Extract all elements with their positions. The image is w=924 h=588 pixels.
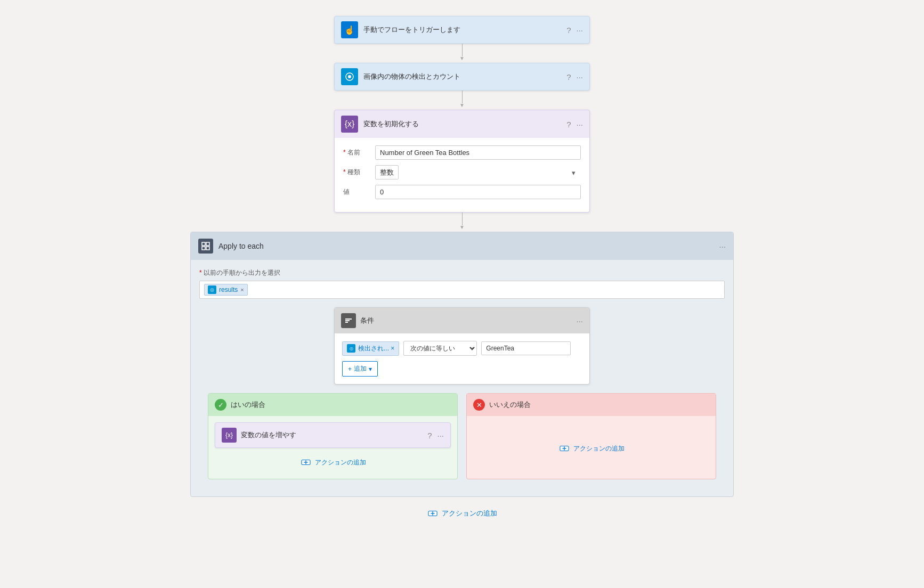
apply-each-title: Apply to each [218,242,719,250]
svg-rect-3 [206,242,209,246]
condition-header-icon [341,313,356,328]
no-add-action-btn[interactable]: アクションの追加 [473,438,709,459]
branch-yes-icon: ✓ [215,399,226,411]
svg-rect-2 [202,242,205,246]
condition-title: 条件 [360,316,576,325]
form-row-name: 名前 [343,145,581,160]
apply-each-header: Apply to each ··· [191,232,733,260]
branch-yes-header: ✓ はいの場合 [208,394,457,416]
svg-rect-4 [202,247,205,250]
bottom-add-action-label: アクションの追加 [442,509,497,518]
increment-help-icon[interactable]: ? [427,431,432,440]
increment-icon: {x} [222,428,237,443]
trigger-more-icon[interactable]: ··· [576,26,583,35]
apply-each-more-icon[interactable]: ··· [719,242,726,251]
branch-yes-label: はいの場合 [231,400,265,410]
condition-tag[interactable]: ◎ 検出され... × [342,341,399,356]
results-tag: ◎ results × [204,284,248,296]
trigger-icon: ☝ [341,21,358,38]
init-variable-help-icon[interactable]: ? [566,120,571,129]
svg-rect-5 [206,247,209,250]
init-variable-icon: {x} [341,116,358,133]
vision-more-icon[interactable]: ··· [576,72,583,81]
branch-no: ✕ いいえの場合 [466,393,716,479]
init-variable-actions: ? ··· [566,120,583,129]
branch-no-icon: ✕ [473,399,485,411]
vision-help-icon[interactable]: ? [566,72,571,81]
vision-icon [341,68,358,85]
trigger-actions: ? ··· [566,26,583,35]
results-tag-icon: ◎ [208,285,216,294]
condition-add-button[interactable]: + 追加 ▾ [342,361,378,377]
increment-actions: ? ··· [427,431,444,440]
branches-container: ✓ はいの場合 {x} 変数の値を増やす ? ··· [199,393,725,488]
bottom-add-action-icon [427,508,439,519]
yes-add-action-label: アクションの追加 [315,458,366,467]
branch-no-header: ✕ いいえの場合 [467,394,716,416]
form-input-value[interactable] [375,185,581,199]
condition-add-icon: + [348,365,352,373]
condition-row: ◎ 検出され... × 次の値に等しい [342,341,582,356]
vision-card: 画像内の物体の検出とカウント ? ··· [334,63,590,91]
init-variable-more-icon[interactable]: ··· [576,120,583,129]
form-row-type: 種類 整数 [343,165,581,179]
form-row-value: 値 [343,185,581,199]
condition-operator-wrap: 次の値に等しい [403,341,477,356]
vision-actions: ? ··· [566,72,583,81]
init-variable-header: {x} 変数を初期化する ? ··· [335,110,589,138]
form-label-name: 名前 [343,148,375,157]
form-input-name[interactable] [375,145,581,160]
connector-3 [459,213,465,232]
branch-yes-body: {x} 変数の値を増やす ? ··· [208,416,457,479]
condition-operator-select[interactable]: 次の値に等しい [403,341,477,356]
apply-each-container: Apply to each ··· 以前の手順から出力を選択 ◎ results… [190,232,734,497]
yes-add-action-btn[interactable]: アクションの追加 [215,452,451,472]
branch-yes: ✓ はいの場合 {x} 変数の値を増やす ? ··· [208,393,458,479]
condition-add-chevron: ▾ [369,365,372,373]
form-select-type[interactable]: 整数 [375,165,399,179]
increment-title: 変数の値を増やす [241,430,427,440]
vision-title: 画像内の物体の検出とカウント [363,72,566,81]
results-tag-input[interactable]: ◎ results × [199,281,725,299]
init-variable-card: {x} 変数を初期化する ? ··· 名前 種類 整数 値 [334,110,590,213]
svg-point-1 [348,75,351,78]
init-variable-title: 変数を初期化する [363,119,566,129]
trigger-title: 手動でフローをトリガーします [363,25,566,35]
condition-body: ◎ 検出され... × 次の値に等しい + 追加 ▾ [335,333,589,384]
connector-1 [459,44,465,63]
no-add-action-icon [558,443,570,454]
trigger-card: ☝ 手動でフローをトリガーします ? ··· [334,16,590,44]
trigger-help-icon[interactable]: ? [566,26,571,35]
form-select-type-wrapper: 整数 [375,165,581,179]
branch-no-body: アクションの追加 [467,416,716,465]
form-label-value: 値 [343,187,375,197]
condition-add-label: 追加 [354,364,367,373]
branch-no-label: いいえの場合 [489,400,531,410]
init-variable-body: 名前 種類 整数 値 [335,138,589,212]
results-tag-label: results [219,286,238,293]
apply-select-label: 以前の手順から出力を選択 [199,268,725,277]
condition-tag-icon: ◎ [347,344,355,353]
increment-more-icon[interactable]: ··· [437,431,444,440]
form-label-type: 種類 [343,168,375,177]
no-add-action-label: アクションの追加 [573,444,625,453]
condition-card: 条件 ··· ◎ 検出され... × 次の値に等しい [334,307,590,385]
connector-2 [459,91,465,110]
condition-value-input[interactable] [481,341,571,355]
condition-more-icon[interactable]: ··· [576,316,583,325]
results-tag-close[interactable]: × [240,287,244,293]
condition-header: 条件 ··· [335,308,589,333]
bottom-add-action[interactable]: アクションの追加 [420,501,504,526]
apply-each-icon [198,239,213,254]
apply-each-body: 以前の手順から出力を選択 ◎ results × 条件 ··· [191,260,733,496]
yes-add-action-icon [300,456,312,468]
condition-tag-label: 検出され... × [358,344,394,353]
increment-card: {x} 変数の値を増やす ? ··· [215,422,451,448]
